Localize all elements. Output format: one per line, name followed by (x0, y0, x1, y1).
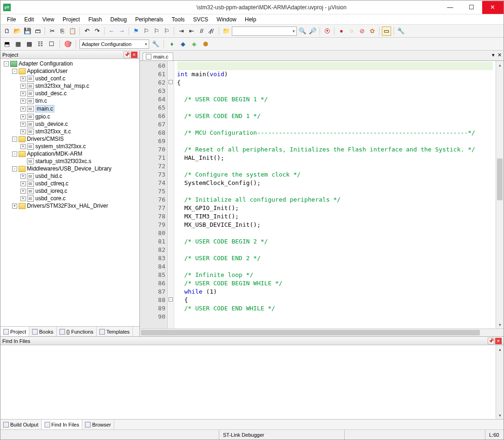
manage-components-icon[interactable]: ♦ (167, 39, 177, 49)
bookmark-clear-icon[interactable]: ⚐ (162, 26, 171, 36)
tree-label[interactable]: tim.c (35, 98, 47, 104)
maximize-button[interactable]: ☐ (461, 1, 482, 14)
tree-label[interactable]: usbd_ioreq.c (35, 188, 67, 194)
download-icon[interactable]: 🎯 (63, 39, 72, 49)
menu-view[interactable]: View (39, 15, 58, 24)
fold-icon[interactable]: - (169, 80, 173, 84)
debug-icon[interactable]: ⦿ (322, 26, 332, 36)
project-tab-project[interactable]: Project (0, 327, 29, 336)
nav-forward-icon[interactable]: → (117, 26, 126, 36)
project-tab-functions[interactable]: {} Functions (57, 327, 97, 336)
find-results[interactable] (0, 345, 496, 419)
comment-icon[interactable]: // (197, 26, 206, 36)
manage-rte-icon[interactable]: ◆ (178, 39, 188, 49)
output-tab-browser[interactable]: Browser (82, 420, 114, 429)
tree-node[interactable]: -Adapter Configuration (2, 60, 137, 67)
tree-twisty-icon[interactable]: + (20, 129, 26, 134)
save-all-icon[interactable]: 🗃 (33, 26, 42, 36)
menu-debug[interactable]: Debug (107, 15, 131, 24)
menu-svcs[interactable]: SVCS (190, 15, 212, 24)
tree-label[interactable]: Application/MDK-ARM (27, 151, 82, 157)
open-file-icon[interactable]: 📂 (13, 26, 22, 36)
minimize-button[interactable]: — (439, 1, 461, 14)
menu-flash[interactable]: Flash (85, 15, 105, 24)
pin-icon[interactable]: 📌 (124, 52, 130, 58)
tree-twisty-icon[interactable]: + (20, 196, 26, 201)
tree-twisty-icon[interactable]: - (12, 166, 17, 171)
tree-node[interactable]: -Application/User (2, 67, 137, 75)
tab-close-icon[interactable]: ✕ (497, 52, 502, 58)
tree-node[interactable]: +usbd_conf.c (2, 75, 137, 82)
tree-node[interactable]: +system_stm32f3xx.c (2, 143, 137, 150)
rebuild-icon[interactable]: ▩ (25, 39, 34, 49)
tree-node[interactable]: +stm32f3xx_it.c (2, 128, 137, 135)
scroll-up-icon[interactable]: ▴ (496, 61, 504, 69)
tree-twisty-icon[interactable]: + (20, 84, 26, 89)
pin-icon[interactable]: 📌 (488, 338, 494, 344)
tree-label[interactable]: gpio.c (35, 113, 50, 120)
batch-build-icon[interactable]: ☷ (36, 39, 45, 49)
tree-label[interactable]: main.c (35, 105, 54, 112)
tree-node[interactable]: +usbd_hid.c (2, 172, 137, 180)
tree-node[interactable]: +usbd_core.c (2, 195, 137, 202)
paste-icon[interactable]: 📋 (68, 26, 77, 36)
tree-label[interactable]: Application/User (27, 68, 67, 74)
configure-icon[interactable]: 🔧 (396, 26, 406, 36)
bookmark-next-icon[interactable]: ⚐ (152, 26, 161, 36)
copy-icon[interactable]: ⎘ (58, 26, 67, 36)
vertical-scrollbar[interactable]: ▴ ▾ (496, 61, 504, 328)
menu-file[interactable]: File (3, 15, 20, 24)
tree-label[interactable]: usbd_ctlreq.c (35, 180, 68, 187)
window-layout-icon[interactable]: ▭ (382, 26, 391, 36)
scroll-down-icon[interactable]: ▾ (496, 321, 504, 328)
indent-icon[interactable]: ⇥ (177, 26, 186, 36)
tree-label[interactable]: Adapter Configuration (19, 60, 73, 67)
project-tab-templates[interactable]: Templates (97, 327, 133, 336)
output-tab-build-output[interactable]: Build Output (0, 420, 42, 429)
undo-icon[interactable]: ↶ (82, 26, 92, 36)
tree-label[interactable]: startup_stm32f303xc.s (35, 158, 92, 164)
target-options-icon[interactable]: 🔧 (151, 39, 160, 49)
tree-twisty-icon[interactable]: - (12, 151, 17, 157)
tree-twisty-icon[interactable]: - (4, 61, 9, 66)
output-tab-find-in-files[interactable]: Find In Files (42, 420, 83, 429)
nav-back-icon[interactable]: ← (107, 26, 116, 36)
tree-node[interactable]: +usb_device.c (2, 120, 137, 128)
tree-twisty-icon[interactable]: + (20, 91, 26, 96)
breakpoint-kill-icon[interactable]: ⊘ (357, 26, 367, 36)
close-button[interactable]: ✕ (482, 1, 504, 14)
tree-label[interactable]: usbd_desc.c (35, 90, 66, 97)
menu-window[interactable]: Window (213, 15, 240, 24)
tree-node[interactable]: -Middlewares/USB_Device_Library (2, 165, 137, 172)
tree-twisty-icon[interactable]: - (12, 69, 17, 74)
tree-twisty-icon[interactable]: + (20, 122, 26, 127)
tree-label[interactable]: usb_device.c (35, 121, 68, 127)
tree-node[interactable]: +main.c (2, 105, 137, 113)
books-icon[interactable]: ⬢ (201, 39, 210, 49)
project-tab-books[interactable]: Books (29, 327, 57, 336)
bookmark-icon[interactable]: ⚑ (131, 26, 141, 36)
target-select[interactable]: Adapter Configuration (79, 39, 149, 49)
menu-help[interactable]: Help (241, 15, 260, 24)
pane-close-icon[interactable]: ✕ (495, 338, 502, 344)
fold-icon[interactable]: - (169, 297, 173, 302)
search-icon[interactable]: 🔍 (298, 26, 307, 36)
breakpoint-disable-icon[interactable]: ○ (347, 26, 356, 36)
tree-twisty-icon[interactable]: + (20, 76, 26, 81)
translate-icon[interactable]: ⬒ (2, 39, 12, 49)
tree-node[interactable]: -Application/MDK-ARM (2, 150, 137, 158)
tree-twisty-icon[interactable]: + (20, 114, 26, 119)
tab-dropdown-icon[interactable]: ▾ (492, 52, 495, 58)
editor-tab-main[interactable]: main.c (143, 53, 173, 60)
tree-node[interactable]: startup_stm32f303xc.s (2, 158, 137, 165)
code-text[interactable]: int main(void){ /* USER CODE BEGIN 1 */ … (174, 61, 496, 328)
tree-node[interactable]: +tim.c (2, 97, 137, 105)
build-icon[interactable]: ▦ (13, 39, 23, 49)
horizontal-scrollbar[interactable] (140, 328, 504, 336)
project-tree[interactable]: -Adapter Configuration-Application/User+… (0, 59, 139, 326)
fold-column[interactable]: -- (168, 61, 174, 328)
find-scrollbar[interactable]: ▴▾ (496, 345, 504, 419)
code-editor[interactable]: 6061626364656667686970717273747576777879… (140, 61, 504, 328)
redo-icon[interactable]: ↷ (92, 26, 102, 36)
breakpoint-insert-icon[interactable]: ● (337, 26, 346, 36)
